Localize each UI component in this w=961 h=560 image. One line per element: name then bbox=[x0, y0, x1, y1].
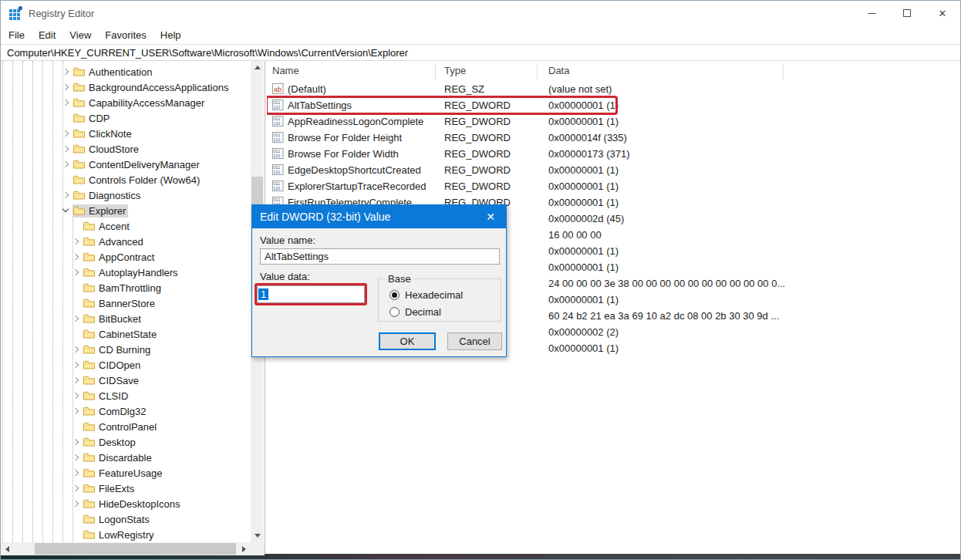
close-button[interactable]: ✕ bbox=[925, 1, 960, 25]
tree-item-desktop[interactable]: Desktop bbox=[1, 434, 265, 450]
tree-item-contentdeliverymanager[interactable]: ContentDeliveryManager bbox=[1, 157, 265, 172]
tree-item-lowregistry[interactable]: LowRegistry bbox=[1, 527, 265, 542]
address-bar[interactable]: Computer\HKEY_CURRENT_USER\Software\Micr… bbox=[1, 44, 960, 61]
chevron-right-icon[interactable] bbox=[72, 269, 79, 275]
tree-item-cdp[interactable]: CDP bbox=[1, 110, 265, 126]
value-row-browse-for-folder-height[interactable]: 011110Browse For Folder HeightREG_DWORD0… bbox=[267, 130, 960, 146]
column-header-type[interactable]: Type bbox=[444, 65, 466, 76]
cancel-button[interactable]: Cancel bbox=[447, 332, 502, 350]
tree-item-advanced[interactable]: Advanced bbox=[1, 234, 265, 249]
ok-button[interactable]: OK bbox=[379, 332, 436, 350]
tree-item-clicknote[interactable]: ClickNote bbox=[1, 126, 265, 141]
tree-item-label: CapabilityAccessManager bbox=[89, 97, 204, 109]
folder-icon bbox=[83, 252, 95, 261]
tree-item-featureusage[interactable]: FeatureUsage bbox=[1, 465, 265, 481]
folder-icon bbox=[83, 221, 95, 231]
chevron-right-icon[interactable] bbox=[62, 192, 69, 198]
tree-horizontal-scrollbar[interactable] bbox=[1, 542, 265, 555]
value-type: REG_DWORD bbox=[444, 164, 511, 176]
column-separator[interactable] bbox=[783, 63, 784, 80]
chevron-right-icon[interactable] bbox=[72, 439, 79, 445]
value-data-field[interactable]: 1 bbox=[257, 285, 365, 303]
tree-item-cloudstore[interactable]: CloudStore bbox=[1, 141, 265, 157]
menu-file[interactable]: File bbox=[2, 28, 32, 42]
value-type: REG_SZ bbox=[444, 83, 484, 95]
column-separator[interactable] bbox=[537, 63, 538, 80]
menu-favorites[interactable]: Favorites bbox=[98, 28, 153, 42]
chevron-right-icon[interactable] bbox=[72, 501, 79, 507]
tree-item-logonstats[interactable]: LogonStats bbox=[1, 511, 265, 527]
chevron-right-icon[interactable] bbox=[72, 470, 79, 476]
chevron-right-icon[interactable] bbox=[62, 100, 69, 106]
dialog-title-bar[interactable]: Edit DWORD (32-bit) Value ✕ bbox=[252, 205, 506, 228]
chevron-right-icon[interactable] bbox=[62, 84, 69, 90]
tree-item-fileexts[interactable]: FileExts bbox=[1, 481, 265, 496]
tree-item-bannerstore[interactable]: BannerStore bbox=[1, 295, 265, 311]
chevron-right-icon[interactable] bbox=[72, 393, 79, 399]
tree-item-label: AutoplayHandlers bbox=[99, 267, 178, 278]
horizontal-scroll-thumb[interactable] bbox=[35, 543, 236, 555]
value-name-field[interactable]: AltTabSettings bbox=[260, 248, 500, 265]
chevron-down-icon[interactable] bbox=[62, 206, 69, 212]
value-row-explorerstartuptracerecorded[interactable]: 011110ExplorerStartupTraceRecordedREG_DW… bbox=[267, 178, 960, 194]
menu-help[interactable]: Help bbox=[153, 28, 188, 42]
chevron-right-icon[interactable] bbox=[72, 454, 79, 460]
chevron-right-icon[interactable] bbox=[62, 69, 69, 75]
tree-item-clsid[interactable]: CLSID bbox=[1, 388, 265, 403]
tree-item-cidopen[interactable]: CIDOpen bbox=[1, 357, 265, 373]
tree-item-backgroundaccessapplications[interactable]: BackgroundAccessApplications bbox=[1, 79, 265, 95]
tree-item-diagnostics[interactable]: Diagnostics bbox=[1, 187, 265, 203]
chevron-right-icon[interactable] bbox=[72, 254, 79, 260]
scroll-right-button[interactable] bbox=[238, 542, 251, 555]
tree-item-cabinetstate[interactable]: CabinetState bbox=[1, 326, 265, 342]
tree-item-appcontract[interactable]: AppContract bbox=[1, 249, 265, 265]
decimal-radio[interactable]: Decimal bbox=[389, 306, 441, 318]
chevron-right-icon[interactable] bbox=[62, 130, 69, 137]
chevron-right-icon[interactable] bbox=[72, 346, 79, 353]
scroll-down-button[interactable] bbox=[251, 529, 264, 542]
chevron-right-icon[interactable] bbox=[62, 146, 69, 152]
chevron-right-icon[interactable] bbox=[72, 362, 79, 368]
dialog-close-button[interactable]: ✕ bbox=[475, 205, 506, 228]
chevron-right-icon[interactable] bbox=[72, 485, 79, 491]
chevron-right-icon[interactable] bbox=[72, 315, 79, 322]
menu-view[interactable]: View bbox=[62, 28, 98, 42]
value-name: ExplorerStartupTraceRecorded bbox=[288, 180, 426, 192]
column-separator[interactable] bbox=[435, 63, 436, 80]
scroll-left-button[interactable] bbox=[1, 542, 14, 555]
tree-item-authentication[interactable]: Authentication bbox=[1, 64, 265, 79]
tree-item-controls-folder-wow64-[interactable]: Controls Folder (Wow64) bbox=[1, 172, 265, 187]
minimize-button[interactable] bbox=[854, 1, 889, 25]
tree-item-autoplayhandlers[interactable]: AutoplayHandlers bbox=[1, 265, 265, 280]
hexadecimal-radio[interactable]: Hexadecimal bbox=[389, 289, 463, 301]
value-row-edgedesktopshortcutcreated[interactable]: 011110EdgeDesktopShortcutCreatedREG_DWOR… bbox=[267, 162, 960, 178]
tree-item-cd-burning[interactable]: CD Burning bbox=[1, 342, 265, 357]
chevron-right-icon[interactable] bbox=[72, 408, 79, 414]
tree-item-discardable[interactable]: Discardable bbox=[1, 450, 265, 465]
tree-item-cidsave[interactable]: CIDSave bbox=[1, 373, 265, 388]
value-row-appreadinesslogoncomplete[interactable]: 011110AppReadinessLogonCompleteREG_DWORD… bbox=[267, 113, 960, 130]
value-row--default-[interactable]: ab(Default)REG_SZ(value not set) bbox=[267, 81, 960, 97]
maximize-button[interactable] bbox=[889, 1, 925, 25]
tree-item-capabilityaccessmanager[interactable]: CapabilityAccessManager bbox=[1, 95, 265, 110]
tree-item-hidedesktopicons[interactable]: HideDesktopIcons bbox=[1, 496, 265, 511]
tree-item-explorer[interactable]: Explorer bbox=[1, 203, 265, 218]
folder-icon bbox=[83, 314, 95, 323]
svg-text:110: 110 bbox=[274, 170, 281, 174]
tree-item-bamthrottling[interactable]: BamThrottling bbox=[1, 280, 265, 295]
menu-edit[interactable]: Edit bbox=[32, 28, 62, 42]
column-header-data[interactable]: Data bbox=[548, 65, 569, 76]
scroll-up-button[interactable] bbox=[251, 61, 264, 74]
chevron-right-icon[interactable] bbox=[72, 238, 79, 245]
tree-item-label: LowRegistry bbox=[99, 529, 154, 541]
tree-item-controlpanel[interactable]: ControlPanel bbox=[1, 419, 265, 434]
column-header-name[interactable]: Name bbox=[272, 65, 299, 76]
tree-item-accent[interactable]: Accent bbox=[1, 218, 265, 234]
string-value-icon: ab bbox=[272, 83, 285, 94]
tree-item-bitbucket[interactable]: BitBucket bbox=[1, 311, 265, 326]
chevron-right-icon[interactable] bbox=[72, 377, 79, 383]
value-row-browse-for-folder-width[interactable]: 011110Browse For Folder WidthREG_DWORD0x… bbox=[267, 146, 960, 162]
chevron-right-icon[interactable] bbox=[62, 161, 69, 167]
tree-item-comdlg32[interactable]: ComDlg32 bbox=[1, 403, 265, 419]
list-header: Name Type Data bbox=[267, 61, 960, 81]
